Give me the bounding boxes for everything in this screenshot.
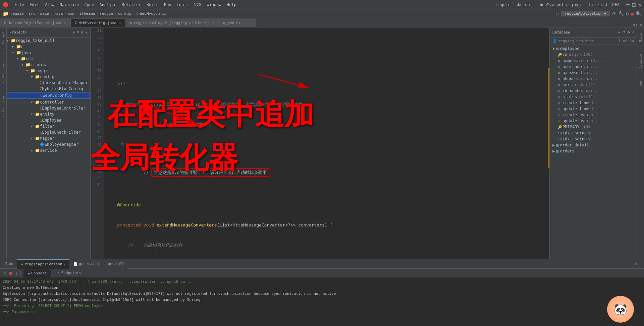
maximize-button[interactable]: □ — [632, 1, 636, 8]
menu-navigate[interactable]: Navigate — [57, 0, 82, 9]
db-idx-username-2[interactable]: iu idx_username — [550, 136, 637, 142]
sidebar-settings-icon[interactable]: ⚙ — [81, 30, 84, 35]
db-col-idnumber[interactable]: ≡ id_number var... — [550, 88, 637, 94]
menu-analyze[interactable]: Analyze — [97, 0, 119, 9]
db-close-icon[interactable]: ✕ — [632, 30, 634, 35]
build-icon[interactable]: 🔨 — [618, 11, 624, 16]
minimize-button[interactable]: ─ — [626, 1, 630, 8]
db-col-password[interactable]: ≡ password var... — [550, 70, 637, 76]
tab-settings-icon[interactable]: ⚙ — [633, 23, 635, 27]
stop-icon[interactable]: ■ — [631, 11, 634, 16]
sidebar-close-icon[interactable]: ✕ — [85, 30, 88, 35]
run-tab-reggie[interactable]: ▶ reggieApplication ✕ — [17, 259, 70, 269]
menu-run[interactable]: Run — [161, 0, 174, 9]
tree-root[interactable]: ▼ 📁 reggie_take_out] — [7, 38, 90, 44]
tab-jackson[interactable]: C JacksonObjectMapper.java ✕ — [0, 18, 71, 27]
run-settings-icon[interactable]: ⚙ — [635, 262, 638, 266]
db-employee-table[interactable]: ▼ ▦ employee — [550, 46, 637, 52]
run-config-selector[interactable]: reggieApplication ▼ — [561, 11, 610, 16]
tree-controller[interactable]: ▼ 📁 controller — [7, 99, 90, 105]
menu-window[interactable]: Window — [204, 0, 224, 9]
tree-webmvc[interactable]: ▶ C WebMvcconfig — [7, 92, 90, 99]
right-tab-maven[interactable]: Maven — [638, 30, 643, 45]
tab-employee-db[interactable]: ▦ reggie.employee [reggie@localhost] ✕ — [126, 18, 219, 27]
tab-jackson-close[interactable]: ✕ — [64, 21, 66, 25]
tree-empmapper[interactable]: ▶ 🔷 EmployeeMapper — [7, 141, 90, 147]
db-col-create-user[interactable]: ≡ create_user bi... — [550, 112, 637, 118]
tree-loginfilter[interactable]: ▶ C LoginCheckFilter — [7, 129, 90, 135]
menu-build[interactable]: Build — [144, 0, 161, 9]
menu-help[interactable]: Help — [224, 0, 239, 9]
tab-genera-close[interactable]: ✕ — [250, 21, 252, 25]
tree-empcontroller[interactable]: ▶ C EmployeeController — [7, 105, 90, 111]
tree-employee[interactable]: ▶ C Employee — [7, 117, 90, 123]
db-col-primary[interactable]: 🔑 PRIMARY (id) — [550, 124, 637, 130]
right-tab-database[interactable]: Database — [638, 51, 643, 71]
db-col-id[interactable]: 🔑 id bigint(20) — [550, 52, 637, 58]
tab-close-all-icon[interactable]: ✕ — [640, 23, 642, 27]
back-icon[interactable]: ↩ — [555, 10, 559, 17]
run-endpoints-tab[interactable]: ⚡ Endpoints — [53, 269, 85, 277]
breadcrumb-config[interactable]: config — [118, 11, 131, 16]
menu-view[interactable]: View — [42, 0, 57, 9]
breadcrumb-main[interactable]: main — [40, 11, 49, 16]
breadcrumb-itheima[interactable]: itheima — [79, 11, 95, 16]
menu-refactor[interactable]: Refactor — [119, 0, 144, 9]
db-orders-table[interactable]: ▶ ▦ orders — [550, 148, 637, 154]
tab-splithor-icon[interactable]: ⊟ — [636, 23, 639, 27]
db-col-status[interactable]: ≡ status int(11) — [550, 94, 637, 100]
tree-jackson[interactable]: ▶ C JacksonObjectMapper — [7, 80, 90, 86]
sidebar-tab-favorites[interactable]: 2: Favorites — [1, 93, 6, 120]
run-tab-reggie-close[interactable]: ✕ — [64, 263, 65, 266]
sidebar-tab-structure[interactable]: 7: Structure — [1, 59, 6, 86]
menu-code[interactable]: Code — [82, 0, 97, 9]
search-everywhere-icon[interactable]: 🔍 — [636, 11, 641, 16]
db-col-create-time[interactable]: ≡ create_time d... — [550, 100, 637, 106]
menu-file[interactable]: File — [12, 0, 27, 9]
run-tab-generated[interactable]: 📄 generated-requests#1 — [69, 259, 127, 269]
tree-java[interactable]: ▼ 📁 java — [7, 50, 90, 56]
tree-entity[interactable]: ▼ 📁 entity — [7, 111, 90, 117]
tab-genera[interactable]: ▦ genera... ✕ — [219, 18, 256, 27]
breadcrumb-src[interactable]: src — [29, 11, 35, 16]
db-connection-row[interactable]: 👤 reggie@localhost 1 of 14 — [550, 38, 637, 45]
db-col-update-user[interactable]: ≡ update_user bi... — [550, 118, 637, 124]
tree-com[interactable]: ▼ 📁 com — [7, 56, 90, 62]
run-minimize-icon[interactable]: ─ — [639, 262, 641, 266]
sidebar-tab-project[interactable]: 1: Project — [1, 29, 6, 52]
tab-webmvc-close[interactable]: ✕ — [119, 21, 121, 25]
code-content[interactable]: /** * 在WebMvcConfig配置类中扩展Spring mvc的消息转换… — [104, 27, 549, 259]
menu-edit[interactable]: Edit — [27, 0, 42, 9]
db-settings-icon[interactable]: ⚙ — [628, 30, 630, 35]
settings-icon[interactable]: ⚙ — [626, 11, 629, 16]
breadcrumb-java[interactable]: java — [54, 11, 63, 16]
tree-n[interactable]: ▶ 📁 n — [7, 44, 90, 50]
run-stop-icon[interactable]: ■ — [9, 270, 12, 276]
sidebar-collapse-icon[interactable]: ≡ — [77, 30, 79, 35]
run-console-tab[interactable]: ▪ Console — [23, 269, 51, 277]
db-col-username[interactable]: ≡ username var... — [550, 64, 637, 70]
sidebar-dropdown-icon[interactable]: ▼ — [25, 30, 27, 34]
db-col-update-time[interactable]: ≡ update_time d... — [550, 106, 637, 112]
db-order-detail-table[interactable]: ▶ ▦ order_detail — [550, 142, 637, 148]
db-col-phone[interactable]: ≡ phone varchar... — [550, 76, 637, 82]
db-idx-username-1[interactable]: iu idx_username — [550, 130, 637, 136]
code-editor[interactable]: 31 32 33 34 35 36 37 38 39 40 41 42 43 4… — [91, 27, 549, 259]
tab-webmvc[interactable]: C WebMvcconfig.java ✕ — [71, 18, 126, 27]
breadcrumb-reggie2[interactable]: reggie — [100, 11, 113, 16]
run-scroll-icon[interactable]: ↓ — [15, 270, 17, 276]
db-col-sex[interactable]: ≡ sex varchar(2) — [550, 82, 637, 88]
tree-itheima[interactable]: ▼ 📁 itheima — [7, 62, 90, 68]
breadcrumb-com[interactable]: com — [68, 11, 74, 16]
menu-tools[interactable]: Tools — [174, 0, 192, 9]
db-refresh-icon[interactable]: ⟳ — [623, 30, 626, 35]
db-add-icon[interactable]: + — [618, 30, 620, 35]
tree-reggie[interactable]: ▼ 📁 reggie — [7, 68, 90, 74]
menu-vcs[interactable]: VCS — [192, 0, 204, 9]
sidebar-locate-icon[interactable]: ⊕ — [73, 30, 75, 35]
tree-filter[interactable]: ▼ 📁 filter — [7, 123, 90, 129]
breadcrumb-reggie[interactable]: reggie — [10, 11, 24, 16]
run-restart-icon[interactable]: ⟳ — [3, 270, 7, 276]
right-tab-ant[interactable]: Ant — [638, 78, 643, 88]
close-button[interactable]: ✕ — [638, 1, 641, 8]
